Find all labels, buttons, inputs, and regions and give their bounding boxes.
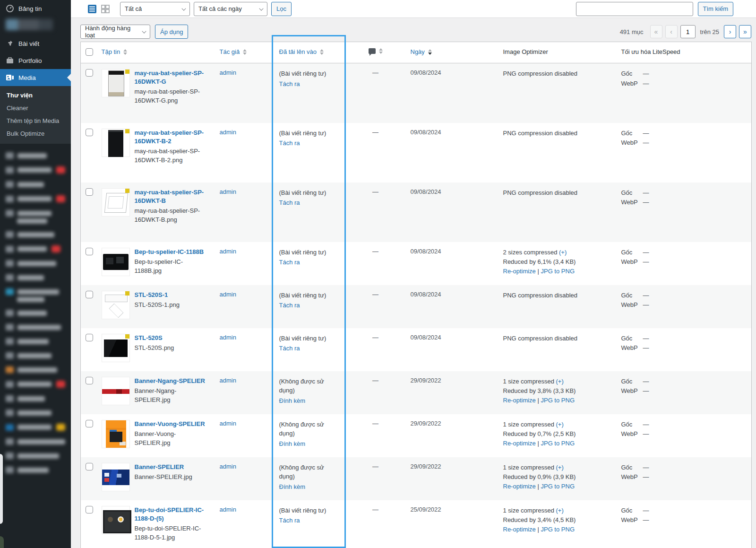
next-page-button[interactable]: ›	[724, 25, 736, 38]
sidebar-item-redacted[interactable]	[0, 163, 71, 177]
media-title-link[interactable]: Bep-tu-doi-SPELIER-IC-1188-D-(5)	[135, 506, 204, 522]
media-title-link[interactable]: STL-520S-1	[135, 291, 168, 298]
media-thumbnail[interactable]	[102, 420, 130, 448]
sidebar-item-redacted[interactable]	[0, 406, 71, 420]
filter-button[interactable]: Lọc	[271, 2, 292, 16]
reoptimize-link[interactable]: Re-optimize	[503, 483, 536, 490]
attach-action-link[interactable]: Tách ra	[279, 517, 300, 524]
media-thumbnail[interactable]	[102, 506, 130, 534]
sidebar-item-redacted[interactable]	[0, 191, 71, 206]
media-title-link[interactable]: STL-520S	[135, 334, 163, 341]
media-thumbnail[interactable]	[102, 334, 130, 362]
optimizer-details-link[interactable]: (+)	[556, 378, 564, 385]
search-button[interactable]: Tìm kiếm	[698, 2, 733, 16]
sidebar-item-redacted[interactable]	[0, 420, 71, 435]
attach-action-link[interactable]: Tách ra	[279, 259, 300, 266]
first-page-button[interactable]: «	[650, 25, 662, 38]
optimizer-details-link[interactable]: (+)	[556, 507, 564, 514]
submenu-item-add-media[interactable]: Thêm tệp tin Media	[0, 114, 71, 127]
sidebar-item-redacted[interactable]	[0, 270, 71, 285]
view-grid-icon[interactable]	[100, 4, 111, 14]
author-link[interactable]: admin	[220, 129, 236, 136]
reoptimize-link[interactable]: Re-optimize	[503, 397, 536, 404]
sidebar-item-redacted[interactable]	[0, 306, 71, 320]
attach-action-link[interactable]: Tách ra	[279, 302, 300, 309]
media-title-link[interactable]: may-rua-bat-spelier-SP-16DWKT-B-2	[135, 129, 204, 145]
last-page-button[interactable]: »	[739, 25, 751, 38]
author-link[interactable]: admin	[220, 377, 236, 384]
row-checkbox[interactable]	[86, 506, 93, 513]
media-thumbnail[interactable]	[102, 291, 130, 319]
row-checkbox[interactable]	[86, 248, 93, 255]
attach-action-link[interactable]: Tách ra	[279, 199, 300, 206]
sidebar-item-redacted[interactable]	[0, 320, 71, 334]
sidebar-item-redacted[interactable]	[0, 391, 71, 406]
media-title-link[interactable]: may-rua-bat-spelier-SP-16DWKT-G	[135, 70, 204, 85]
current-page-input[interactable]	[680, 25, 696, 38]
row-checkbox[interactable]	[86, 69, 93, 77]
convert-link[interactable]: JPG to PNG	[541, 526, 575, 533]
reoptimize-link[interactable]: Re-optimize	[503, 440, 536, 447]
sort-by-comments[interactable]	[369, 48, 383, 54]
sidebar-item-redacted[interactable]	[0, 334, 71, 348]
media-title-link[interactable]: Banner-SPELIER	[135, 463, 184, 470]
sidebar-item-redacted-site[interactable]	[6, 19, 53, 30]
author-link[interactable]: admin	[220, 334, 236, 341]
author-link[interactable]: admin	[220, 420, 236, 427]
submenu-item-cleaner[interactable]: Cleaner	[0, 102, 71, 114]
sidebar-item-redacted[interactable]	[0, 463, 71, 477]
row-checkbox[interactable]	[86, 463, 93, 470]
media-thumbnail[interactable]	[102, 463, 130, 491]
sort-by-date[interactable]: Ngày	[411, 48, 432, 55]
attach-action-link[interactable]: Đính kèm	[279, 483, 306, 490]
apply-button[interactable]: Áp dụng	[155, 25, 188, 39]
media-type-filter[interactable]: Tất cả	[120, 2, 190, 16]
row-checkbox[interactable]	[86, 291, 93, 298]
attach-action-link[interactable]: Tách ra	[279, 139, 300, 147]
submenu-item-bulk-optimize[interactable]: Bulk Optimize	[0, 127, 71, 140]
attach-action-link[interactable]: Tách ra	[279, 345, 300, 352]
attach-action-link[interactable]: Đính kèm	[279, 440, 306, 447]
author-link[interactable]: admin	[220, 69, 236, 76]
media-title-link[interactable]: Banner-Vuong-SPELIER	[135, 420, 205, 427]
author-link[interactable]: admin	[220, 188, 236, 195]
media-thumbnail[interactable]	[102, 248, 130, 276]
search-input[interactable]	[576, 2, 693, 16]
media-thumbnail[interactable]	[102, 69, 130, 97]
sidebar-item-redacted[interactable]	[0, 256, 71, 270]
author-link[interactable]: admin	[220, 291, 236, 298]
author-link[interactable]: admin	[220, 248, 236, 255]
sort-by-file[interactable]: Tập tin	[102, 48, 128, 55]
optimizer-details-link[interactable]: (+)	[556, 464, 564, 471]
sidebar-item-redacted[interactable]	[0, 449, 71, 463]
row-checkbox[interactable]	[86, 334, 93, 341]
attach-action-link[interactable]: Tách ra	[279, 80, 300, 87]
sidebar-item-redacted[interactable]	[0, 377, 71, 391]
optimizer-details-link[interactable]: (+)	[559, 249, 567, 256]
author-link[interactable]: admin	[220, 463, 236, 470]
convert-link[interactable]: JPG to PNG	[541, 483, 575, 490]
attach-action-link[interactable]: Đính kèm	[279, 397, 306, 404]
sidebar-item-posts[interactable]: Bài viết	[0, 35, 71, 52]
media-title-link[interactable]: may-rua-bat-spelier-SP-16DWKT-B	[135, 189, 204, 204]
submenu-item-library[interactable]: Thư viện	[0, 89, 71, 102]
view-list-icon[interactable]	[87, 4, 97, 14]
select-all-checkbox[interactable]	[86, 48, 93, 56]
reoptimize-link[interactable]: Re-optimize	[503, 526, 536, 533]
convert-link[interactable]: JPG to PNG	[541, 397, 575, 404]
sidebar-item-redacted[interactable]	[0, 227, 71, 242]
sidebar-item-redacted[interactable]	[0, 177, 71, 191]
sidebar-item-media[interactable]: Media	[0, 69, 71, 86]
media-thumbnail[interactable]	[102, 188, 130, 217]
row-checkbox[interactable]	[86, 188, 93, 196]
media-title-link[interactable]: Bep-tu-spelier-IC-1188B	[135, 248, 204, 255]
sort-by-author[interactable]: Tác giả	[220, 48, 247, 55]
convert-link[interactable]: JPG to PNG	[541, 440, 575, 447]
date-filter[interactable]: Tất cả các ngày	[194, 2, 267, 16]
media-title-link[interactable]: Banner-Ngang-SPELIER	[135, 377, 206, 384]
media-thumbnail[interactable]	[102, 129, 130, 157]
sidebar-item-redacted[interactable]	[0, 435, 71, 449]
convert-link[interactable]: JPG to PNG	[541, 268, 575, 275]
media-thumbnail[interactable]	[102, 377, 130, 405]
sidebar-item-portfolio[interactable]: Portfolio	[0, 52, 71, 69]
